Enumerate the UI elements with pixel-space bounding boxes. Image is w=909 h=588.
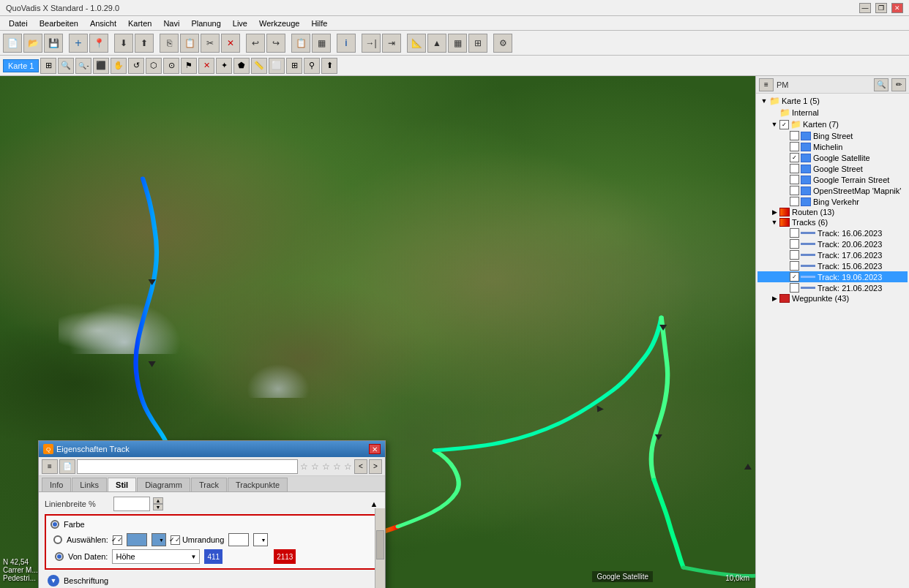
undo-button[interactable]: ↩ [246,34,265,53]
menu-karten[interactable]: Karten [122,18,157,29]
nav-next-button[interactable]: > [369,459,382,474]
route-button[interactable]: ⇥ [382,34,401,53]
track-button[interactable]: 📐 [407,34,426,53]
expand-karten-icon[interactable]: ▼ [769,121,779,128]
auswahlen-radio-button[interactable] [53,535,62,544]
close-button[interactable]: ✕ [891,3,903,13]
panel-menu-button[interactable]: ≡ [759,78,774,91]
menu-ansicht[interactable]: Ansicht [84,18,122,29]
track21-checkbox[interactable] [790,283,799,293]
menu-live[interactable]: Live [227,18,253,29]
track-name-input[interactable]: Track: 19.06.2023 [77,459,298,474]
tree-item-google-satellite[interactable]: ✓ Google Satellite [758,152,908,163]
expand-wegpunkte-icon[interactable]: ▶ [769,295,779,302]
zoom-rect-button[interactable]: ⬛ [93,58,109,74]
dialog-info-button[interactable]: 📄 [59,459,75,474]
dialog-scrollbar[interactable] [375,508,385,588]
grid-button[interactable]: ▦ [448,34,467,53]
umrandung-color-dropdown[interactable]: ▼ [253,533,268,546]
auswahlen-color-swatch[interactable] [127,533,147,546]
filter-button[interactable]: ▦ [312,34,331,53]
google-street-checkbox[interactable] [790,164,799,173]
tab-links[interactable]: Links [72,478,107,491]
add-button[interactable]: + [69,34,88,53]
track17-checkbox[interactable] [790,250,799,260]
farbe-radio-button[interactable] [50,520,59,529]
rect-select-button[interactable]: ⬜ [269,58,285,74]
import-button[interactable]: ⬇ [114,34,133,53]
redo-button[interactable]: ↪ [266,34,285,53]
menu-werkzeuge[interactable]: Werkzeuge [253,18,305,29]
zoom-in-button[interactable]: 🔍 [58,58,74,74]
checkerboard-button[interactable]: ⊞ [468,34,487,53]
tree-item-track-15[interactable]: Track: 15.06.2023 [758,260,908,271]
osm-checkbox[interactable] [790,186,799,195]
scroll-thumb[interactable] [376,530,384,559]
select-button[interactable]: ⬡ [146,58,162,74]
menu-navi[interactable]: Navi [157,18,185,29]
polygon-button[interactable]: ⬟ [233,58,250,74]
tree-item-karte1[interactable]: ▼ 📁 Karte 1 (5) [758,95,908,107]
copy-button[interactable]: ⎘ [160,34,179,53]
tree-item-track-17[interactable]: Track: 17.06.2023 [758,249,908,260]
tree-item-bing-verkehr[interactable]: Bing Verkehr [758,196,908,207]
karten-checkbox[interactable]: ✓ [779,120,789,129]
panel-search-button[interactable]: 🔍 [874,78,889,91]
minimize-button[interactable]: — [859,3,871,13]
tree-item-wegpunkte[interactable]: ▶ Wegpunkte (43) [758,293,908,304]
tab-track[interactable]: Track [191,478,227,491]
tree-item-track-19[interactable]: ✓ Track: 19.06.2023 [758,271,908,282]
michelin-checkbox[interactable] [790,142,799,151]
bing-verkehr-checkbox[interactable] [790,197,799,206]
cut-button[interactable]: ✂ [201,34,220,53]
tree-item-google-terrain[interactable]: Google Terrain Street [758,174,908,185]
auswahlen-color-dropdown[interactable]: ▼ [152,533,166,546]
track16-checkbox[interactable] [790,228,799,238]
marker-button[interactable]: 📍 [89,34,108,53]
save-button[interactable]: 💾 [44,34,63,53]
tree-item-michelin[interactable]: Michelin [758,141,908,152]
export-button[interactable]: ⬆ [135,34,154,53]
tab-trackpunkte[interactable]: Trackpunkte [228,478,288,491]
pan-button[interactable]: ✋ [111,58,127,74]
gradient-container[interactable]: 411 2113 [204,549,296,564]
menu-bearbeiten[interactable]: Bearbeiten [34,18,84,29]
tree-item-internal[interactable]: 📁 Internal [758,107,908,118]
section-collapse-button[interactable]: ▲ [369,499,379,509]
rotate-left-button[interactable]: ↺ [128,58,144,74]
properties-button[interactable]: 📋 [291,34,310,53]
nav-prev-button[interactable]: < [354,459,367,474]
lasso-button[interactable]: ⊙ [163,58,179,74]
von-daten-dropdown[interactable]: Höhe ▼ [112,549,200,564]
map-view[interactable]: N 42,54 Carrer M... Pedestri... Google S… [0,76,755,588]
spin-up-button[interactable]: ▲ [153,497,163,504]
grid2-button[interactable]: ⊞ [286,58,302,74]
tree-item-track-20[interactable]: Track: 20.06.2023 [758,238,908,249]
flag-button[interactable]: ⚑ [181,58,197,74]
expand-tracks-icon[interactable]: ▼ [769,219,779,226]
tree-item-routen[interactable]: ▶ Routen (13) [758,207,908,217]
compass-button[interactable]: ✦ [216,58,232,74]
export2-button[interactable]: ⬆ [321,58,337,74]
linienbreite-input[interactable]: 100 [113,497,150,511]
open-button[interactable]: 📂 [23,34,42,53]
menu-planung[interactable]: Planung [185,18,226,29]
bing-street-checkbox[interactable] [790,131,799,140]
umrandung-color-swatch[interactable] [228,533,249,546]
settings-button[interactable]: ⚙ [493,34,512,53]
expand-routen-icon[interactable]: ▶ [769,208,779,216]
star4-button[interactable]: ☆ [333,461,341,472]
google-satellite-checkbox[interactable]: ✓ [790,153,799,162]
von-daten-radio-button[interactable] [55,552,64,561]
delete-map-button[interactable]: ✕ [198,58,214,74]
umrandung-checkbox[interactable]: ✓ [171,535,180,545]
beschriftung-expand-button[interactable]: ▼ [48,575,59,587]
link-button[interactable]: ⚲ [304,58,320,74]
menu-hilfe[interactable]: Hilfe [305,18,333,29]
track19-checkbox[interactable]: ✓ [790,272,799,282]
zoom-extent-button[interactable]: ⊞ [40,58,56,74]
spin-down-button[interactable]: ▼ [153,504,163,510]
menu-datei[interactable]: Datei [3,18,34,29]
paste-button[interactable]: 📋 [180,34,199,53]
tree-item-track-16[interactable]: Track: 16.06.2023 [758,227,908,238]
